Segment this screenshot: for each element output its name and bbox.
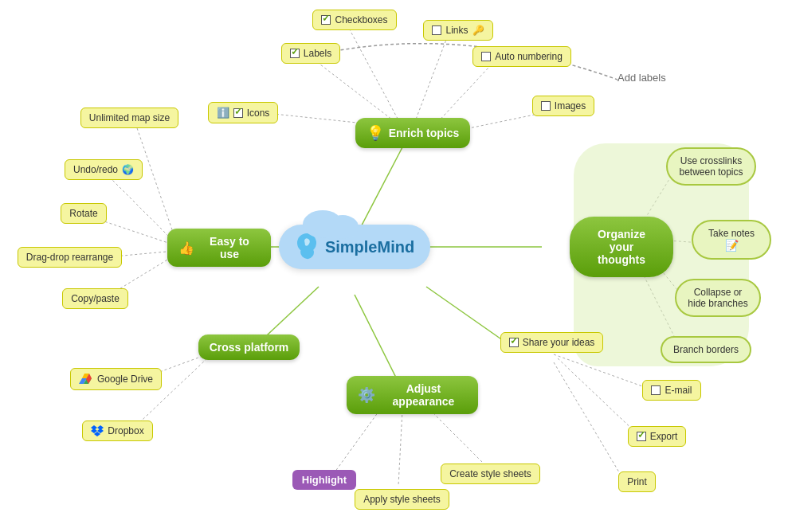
google-drive-icon [79,373,93,385]
svg-line-20 [398,410,402,486]
center-node[interactable]: SimpleMind [279,203,430,291]
export-node[interactable]: Export [623,426,691,447]
take-notes-node[interactable]: Take notes📝 [692,220,771,260]
unlimited-map-size-node[interactable]: Unlimited map size [72,108,187,128]
copy-paste-node[interactable]: Copy/paste [57,288,133,309]
print-node[interactable]: Print [607,471,667,492]
adjust-appearance-label: ⚙️ Adjust appearance [347,376,478,414]
share-ideas-node[interactable]: Share your ideas [490,332,614,353]
add-labels-text: Add labels [617,72,666,84]
highlight-node[interactable]: Highlight [288,470,360,490]
easy-to-use-node[interactable]: 👍 Easy to use [167,229,271,267]
share-ideas-label: Share your ideas [500,332,604,353]
dropbox-node[interactable]: Dropbox [80,421,155,441]
checkboxes-node[interactable]: Checkboxes [311,10,398,30]
images-node[interactable]: Images [527,96,599,116]
easy-to-use-label: 👍 Easy to use [167,229,271,267]
icons-node[interactable]: ℹ️Icons [203,102,283,123]
crosslinks-node[interactable]: Use crosslinksbetween topics [653,147,769,186]
collapse-branches-node[interactable]: Collapse orhide branches [666,279,770,317]
organize-thoughts-label: Organize yourthoughts [598,228,645,266]
center-cloud: SimpleMind [279,225,430,269]
links-node[interactable]: Links🔑 [422,20,494,41]
create-style-sheets-node[interactable]: Create style sheets [441,464,540,484]
rotate-node[interactable]: Rotate [52,203,116,224]
email-node[interactable]: E-mail [636,380,708,401]
organize-thoughts-node[interactable]: Organize yourthoughts [570,217,673,277]
branch-borders-node[interactable]: Branch borders [658,336,754,363]
enrich-topics-node[interactable]: 💡 Enrich topics [353,118,472,148]
svg-line-19 [331,406,382,478]
cross-platform-node[interactable]: Cross platform [191,334,307,360]
simplemind-logo-icon [295,233,319,261]
google-drive-node[interactable]: Google Drive [70,368,162,390]
undo-redo-node[interactable]: Undo/redo🌍 [60,159,147,180]
svg-line-7 [307,54,402,127]
adjust-appearance-node[interactable]: ⚙️ Adjust appearance [347,376,478,414]
svg-line-12 [135,123,175,239]
drag-drop-node[interactable]: Drag-drop rearrange [8,247,131,268]
auto-numbering-node[interactable]: Auto numbering [470,46,574,67]
apply-style-sheets-node[interactable]: Apply style sheets [356,489,448,510]
mind-map-canvas: SimpleMind 💡 Enrich topics 👍 Easy to use… [0,0,788,532]
svg-line-6 [347,24,402,127]
svg-line-24 [554,362,621,476]
cross-platform-label: Cross platform [198,334,300,360]
center-label: SimpleMind [325,238,414,256]
svg-line-9 [414,33,449,123]
enrich-topics-label: 💡 Enrich topics [355,118,471,148]
svg-line-23 [558,358,637,434]
dropbox-icon [91,425,104,436]
labels-node[interactable]: Labels [275,43,347,64]
svg-line-21 [426,406,490,470]
